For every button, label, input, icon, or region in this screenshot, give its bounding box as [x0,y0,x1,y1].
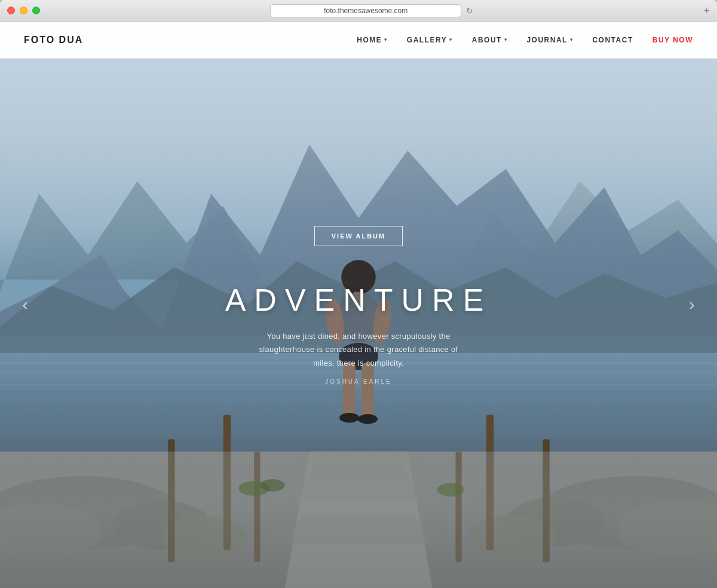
browser-titlebar: foto.themesawesome.com ↻ + [0,0,717,22]
slider-next-button[interactable]: › [679,292,705,318]
hero-title: ADVENTURE [225,282,492,318]
traffic-close-button[interactable] [7,7,15,14]
hero-content: VIEW ALBUM ADVENTURE You have just dined… [0,59,717,588]
website-container: FOTO DUA HOME ▾ GALLERY ▾ ABOUT ▾ JOURNA… [0,22,717,588]
hero-quote: You have just dined, and however scrupul… [257,330,460,369]
nav-menu: HOME ▾ GALLERY ▾ ABOUT ▾ JOURNAL ▾ CONTA… [357,36,693,44]
reload-button[interactable]: ↻ [466,6,473,16]
nav-item-buy-now[interactable]: BUY NOW [652,36,693,44]
about-chevron-icon: ▾ [504,37,508,42]
nav-item-contact[interactable]: CONTACT [592,36,633,44]
nav-item-about[interactable]: ABOUT ▾ [472,36,508,44]
browser-chrome: foto.themesawesome.com ↻ + [0,0,717,22]
nav-item-gallery[interactable]: GALLERY ▾ [407,36,453,44]
site-logo[interactable]: FOTO DUA [24,35,83,45]
journal-chevron-icon: ▾ [570,37,574,42]
traffic-maximize-button[interactable] [32,7,40,14]
navigation: FOTO DUA HOME ▾ GALLERY ▾ ABOUT ▾ JOURNA… [0,22,717,59]
home-chevron-icon: ▾ [384,37,388,42]
slider-prev-button[interactable]: ‹ [12,292,38,318]
address-bar[interactable]: foto.themesawesome.com [270,4,461,17]
address-bar-container: foto.themesawesome.com ↻ [45,4,698,17]
gallery-chevron-icon: ▾ [449,37,453,42]
nav-item-home[interactable]: HOME ▾ [357,36,388,44]
view-album-button[interactable]: VIEW ALBUM [314,226,403,246]
new-tab-button[interactable]: + [703,5,710,16]
nav-item-journal[interactable]: JOURNAL ▾ [526,36,573,44]
traffic-minimize-button[interactable] [20,7,27,14]
hero-author: JOSHUA EARLE [325,378,392,385]
